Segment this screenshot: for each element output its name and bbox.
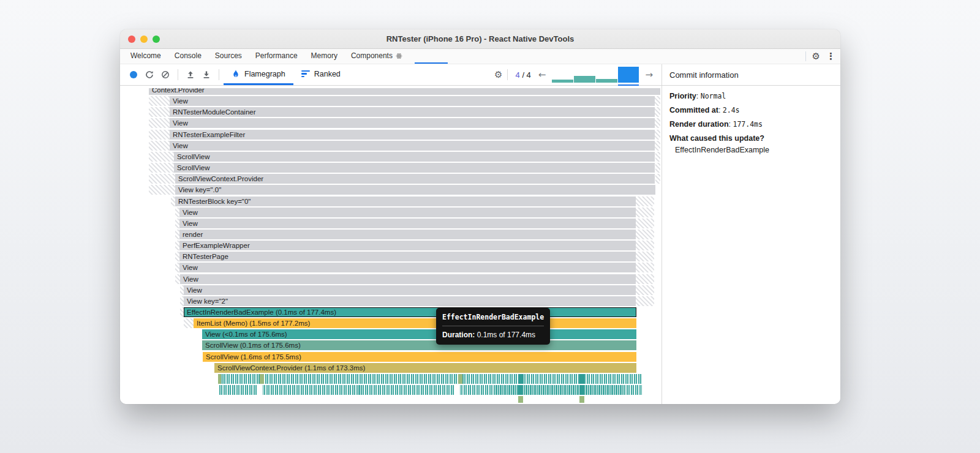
toolbar-separator bbox=[507, 69, 508, 80]
update-cause-value[interactable]: EffectInRenderBadExample bbox=[669, 146, 833, 154]
commit-count: 4 / 4 bbox=[516, 70, 531, 80]
flame-bar[interactable]: ScrollView (0.1ms of 175.6ms) bbox=[202, 340, 636, 350]
commit-bar[interactable] bbox=[618, 67, 639, 83]
flame-bar[interactable]: render bbox=[179, 230, 636, 239]
next-commit-arrow[interactable]: → bbox=[641, 69, 657, 80]
flamegraph-pane: Context.ProviderViewRNTesterModuleContai… bbox=[120, 86, 662, 404]
kebab-menu-icon[interactable]: ⋮ bbox=[826, 52, 835, 61]
minimize-window-button[interactable] bbox=[140, 36, 148, 43]
commit-information-panel: Priority: Normal Committed at: 2.4s Rend… bbox=[662, 86, 840, 404]
hatch-right bbox=[636, 263, 654, 272]
hatch-right bbox=[636, 230, 654, 239]
flame-bar[interactable]: View bbox=[170, 118, 655, 128]
download-icon bbox=[202, 70, 211, 79]
hatch-left bbox=[149, 130, 170, 140]
tab-sources[interactable]: Sources bbox=[208, 49, 249, 64]
ranked-tab[interactable]: Ranked bbox=[293, 64, 349, 85]
flame-bar[interactable]: ScrollViewContext.Provider bbox=[175, 174, 655, 184]
flame-bar[interactable]: RNTesterPage bbox=[179, 252, 636, 261]
window-titlebar: RNTester (iPhone 16 Pro) - React Native … bbox=[120, 29, 840, 49]
close-window-button[interactable] bbox=[128, 36, 135, 43]
commit-selector-chart[interactable] bbox=[552, 67, 639, 83]
flame-bar[interactable]: ItemList (Memo) (1.5ms of 177.2ms) bbox=[194, 318, 636, 328]
flame-bar[interactable]: View bbox=[180, 274, 636, 284]
flame-bar[interactable]: RNTesterBlock key="0" bbox=[175, 197, 636, 206]
commit-bar[interactable] bbox=[574, 76, 595, 83]
hatch-right bbox=[636, 252, 654, 261]
flame-bar[interactable]: RNTesterExampleFilter bbox=[170, 130, 655, 140]
hatch-right bbox=[655, 118, 660, 128]
profiler-toolbar-row: Flamegraph Ranked ⚙ 4 / 4 ← → Commit inf… bbox=[120, 64, 840, 86]
ranked-bars-icon bbox=[301, 70, 310, 78]
hatch-right bbox=[636, 274, 654, 284]
stripe-mark bbox=[260, 374, 264, 384]
tab-console[interactable]: Console bbox=[168, 49, 208, 64]
flame-bar[interactable]: RNTesterModuleContainer bbox=[170, 107, 655, 117]
record-button[interactable] bbox=[126, 67, 141, 83]
flame-bar[interactable]: View bbox=[179, 208, 636, 217]
flame-bar[interactable]: ScrollViewContext.Provider (1.1ms of 173… bbox=[214, 363, 636, 373]
devtools-tabbar: Welcome Console Sources Performance Memo… bbox=[120, 49, 840, 64]
flame-bar[interactable]: EffectInRenderBadExample (0.1ms of 177.4… bbox=[184, 307, 636, 317]
flame-bar[interactable]: View bbox=[184, 285, 636, 295]
hatch-right bbox=[655, 152, 660, 162]
flame-bar[interactable]: PerfExampleWrapper bbox=[179, 241, 636, 250]
flame-bar[interactable]: ScrollView bbox=[174, 163, 655, 173]
hatch-left bbox=[175, 241, 179, 250]
stripe-mark bbox=[579, 385, 584, 395]
hatch-right bbox=[636, 219, 654, 228]
stripe-mark bbox=[518, 385, 523, 395]
flame-mini-bar[interactable] bbox=[579, 396, 584, 403]
ranked-tab-label: Ranked bbox=[314, 70, 341, 78]
priority-field: Priority: Normal bbox=[669, 92, 833, 100]
zoom-window-button[interactable] bbox=[153, 36, 160, 43]
hatch-right bbox=[636, 296, 654, 306]
flame-bar[interactable]: View bbox=[170, 96, 655, 106]
commit-navigator: ⚙ 4 / 4 ← → bbox=[494, 67, 662, 83]
save-profile-button[interactable] bbox=[198, 67, 214, 83]
hatch-right bbox=[655, 130, 660, 140]
commit-bar[interactable] bbox=[596, 79, 617, 83]
settings-gear-icon[interactable]: ⚙ bbox=[812, 52, 820, 61]
hatch-left bbox=[149, 107, 170, 117]
tab-components[interactable]: Components bbox=[344, 49, 409, 64]
flame-stripe-row[interactable] bbox=[218, 374, 642, 384]
tab-memory[interactable]: Memory bbox=[304, 49, 344, 64]
hatch-left bbox=[175, 230, 179, 239]
load-profile-button[interactable] bbox=[183, 67, 198, 83]
hatch-left bbox=[149, 163, 174, 173]
hatch-left bbox=[171, 197, 175, 206]
hatch-left bbox=[149, 118, 170, 128]
tab-profiler-selected[interactable] bbox=[415, 49, 448, 64]
flame-bar[interactable]: Context.Provider bbox=[149, 88, 660, 95]
hatch-left bbox=[175, 263, 179, 272]
flame-stripe-row[interactable] bbox=[219, 385, 642, 395]
previous-commit-arrow[interactable]: ← bbox=[535, 69, 550, 80]
committed-at-field: Committed at: 2.4s bbox=[669, 106, 833, 114]
reload-icon bbox=[145, 70, 154, 79]
flame-mini-bar[interactable] bbox=[518, 396, 523, 403]
render-duration-field: Render duration: 177.4ms bbox=[669, 120, 833, 129]
profiler-settings-gear-icon[interactable]: ⚙ bbox=[494, 70, 502, 80]
stripe-mark bbox=[218, 374, 221, 384]
flamegraph-rows: Context.ProviderViewRNTesterModuleContai… bbox=[149, 88, 660, 403]
flamegraph-tab[interactable]: Flamegraph bbox=[224, 64, 293, 85]
commit-bar[interactable] bbox=[552, 80, 573, 83]
reload-and-profile-button[interactable] bbox=[141, 67, 157, 83]
flame-bar[interactable]: View bbox=[179, 219, 636, 228]
flame-bar[interactable]: View key=".0" bbox=[175, 185, 655, 195]
clear-profile-button[interactable] bbox=[157, 67, 173, 83]
record-icon bbox=[130, 71, 137, 78]
flame-bar[interactable]: View bbox=[179, 263, 636, 272]
hatch-right bbox=[655, 174, 660, 184]
flame-bar[interactable]: View (<0.1ms of 175.6ms) bbox=[202, 329, 636, 339]
hatch-right bbox=[636, 208, 654, 217]
hatch-right bbox=[655, 163, 660, 173]
flame-bar[interactable]: ScrollView (1.6ms of 175.5ms) bbox=[203, 352, 636, 362]
flame-bar[interactable]: View key="2" bbox=[184, 296, 636, 306]
flame-bar[interactable]: ScrollView bbox=[174, 152, 655, 162]
tab-performance[interactable]: Performance bbox=[249, 49, 304, 64]
flame-bar[interactable]: View bbox=[170, 141, 655, 151]
tab-welcome[interactable]: Welcome bbox=[124, 49, 168, 64]
block-icon bbox=[161, 70, 170, 79]
